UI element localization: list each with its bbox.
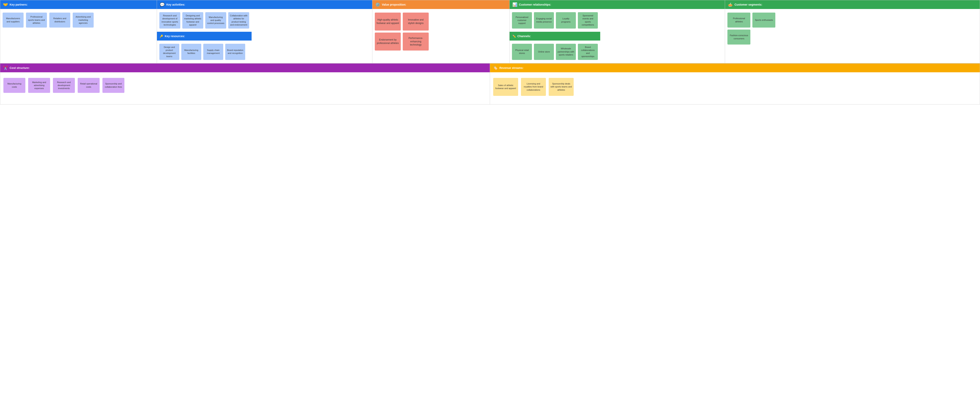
cost-structure-icon: ✂️ — [3, 65, 8, 70]
list-item[interactable]: Retail operational costs — [78, 78, 100, 93]
list-item[interactable]: Marketing and advertising expenses — [28, 78, 50, 93]
channels-title: Channels: — [517, 35, 531, 38]
cost-structure-header: ✂️ Cost structure: — [0, 64, 490, 72]
key-activities-column: 💬 Key activities: Research and developme… — [157, 0, 372, 63]
vp-row-2: Endorsement by professional athletes Per… — [375, 33, 429, 51]
key-activities-title: Key activities: — [166, 3, 185, 6]
cost-structure-body: Manufacturing costs Marketing and advert… — [0, 72, 490, 104]
customer-segments-column: 🥧 Customer segments: Professional athlet… — [725, 0, 980, 63]
list-item[interactable]: Manufacturers and suppliers — [3, 13, 24, 27]
key-activities-body: Research and development of innovative s… — [157, 9, 372, 63]
key-partners-icon: 🤝 — [3, 2, 8, 7]
bottom-section: ✂️ Cost structure: Manufacturing costs M… — [0, 64, 980, 104]
vp-row-1: High-quality athletic footwear and appar… — [375, 13, 429, 30]
business-model-canvas: 🤝 Key partners: Manufacturers and suppli… — [0, 0, 980, 105]
cost-structure-column: ✂️ Cost structure: Manufacturing costs M… — [0, 64, 490, 104]
revenue-streams-header: 🏷️ Revenue streams: — [490, 64, 980, 72]
list-item[interactable]: Sales of athletic footwear and apparel — [493, 78, 518, 96]
list-item[interactable]: Professional athletes — [727, 13, 750, 27]
value-proposition-title: Value proposition: — [382, 3, 406, 6]
key-resources-header: 🔑 Key resources: — [157, 32, 251, 41]
key-activities-icon: 💬 — [160, 2, 165, 7]
list-item[interactable]: Sponsored events and sports competitions — [578, 12, 598, 29]
list-item[interactable]: Loyalty programs — [556, 12, 576, 29]
key-resources-body: Design and product development teams Man… — [157, 41, 251, 63]
list-item[interactable]: Online store — [534, 44, 554, 60]
value-proposition-body: High-quality athletic footwear and appar… — [372, 9, 509, 63]
revenue-streams-body: Sales of athletic footwear and apparel L… — [490, 72, 980, 104]
list-item[interactable]: High-quality athletic footwear and appar… — [375, 13, 401, 30]
list-item[interactable]: Performance-enhancing technology — [403, 33, 429, 51]
list-item[interactable]: Designing and marketing athletic footwea… — [182, 12, 203, 29]
list-item[interactable]: Fashion-conscious consumers — [727, 30, 750, 45]
top-section: 🤝 Key partners: Manufacturers and suppli… — [0, 0, 980, 64]
list-item[interactable]: Professional sports teams and athletes — [26, 13, 47, 27]
list-item[interactable]: Supply chain management — [203, 44, 223, 60]
list-item[interactable]: Research and development investments — [53, 78, 75, 93]
value-proposition-icon: ⚙️ — [375, 2, 380, 7]
list-item[interactable]: Sponsorship and collaboration fees — [102, 78, 124, 93]
customer-relationships-column: 📊 Customer relationships: Personalized c… — [509, 0, 725, 63]
list-item[interactable]: Manufacturing and quality control proces… — [205, 12, 226, 29]
list-item[interactable]: Licensing and royalties from brand colla… — [521, 78, 546, 96]
key-partners-column: 🤝 Key partners: Manufacturers and suppli… — [0, 0, 157, 63]
customer-relationships-icon: 📊 — [512, 2, 517, 7]
channels-body: Physical retail stores Online store Whol… — [509, 41, 600, 63]
list-item[interactable]: Endorsement by professional athletes — [375, 33, 401, 51]
customer-relationships-title: Customer relationships: — [519, 3, 551, 6]
key-partners-body: Manufacturers and suppliers Professional… — [0, 9, 157, 63]
list-item[interactable]: Retailers and distributors — [49, 13, 70, 27]
activities-top: Research and development of innovative s… — [157, 9, 251, 32]
customer-relationships-header: 📊 Customer relationships: — [509, 0, 725, 9]
key-partners-header: 🤝 Key partners: — [0, 0, 157, 9]
list-item[interactable]: Advertising and marketing agencies — [73, 13, 94, 27]
value-proposition-header: ⚙️ Value proposition: — [372, 0, 509, 9]
list-item[interactable]: Research and development of innovative s… — [159, 12, 180, 29]
list-item[interactable]: Design and product development teams — [159, 44, 179, 60]
list-item[interactable]: Physical retail stores — [512, 44, 532, 60]
list-item[interactable]: Personalized customer support — [512, 12, 532, 29]
customer-segments-icon: 🥧 — [728, 2, 733, 7]
list-item[interactable]: Innovative and stylish designs — [403, 13, 429, 30]
channels-icon: ✏️ — [512, 35, 516, 38]
customer-segments-header: 🥧 Customer segments: — [725, 0, 980, 9]
list-item[interactable]: Brand collaborations and sponsorships — [578, 44, 598, 60]
value-proposition-column: ⚙️ Value proposition: High-quality athle… — [372, 0, 509, 63]
list-item[interactable]: Brand reputation and recognition — [225, 44, 245, 60]
revenue-streams-icon: 🏷️ — [493, 65, 498, 70]
key-activities-header: 💬 Key activities: — [157, 0, 372, 9]
cost-structure-title: Cost structure: — [10, 66, 30, 70]
revenue-streams-column: 🏷️ Revenue streams: Sales of athletic fo… — [490, 64, 980, 104]
seg-row-1: Professional athletes Sports enthusiasts — [727, 13, 775, 27]
list-item[interactable]: Engaging social media presence — [534, 12, 554, 29]
key-resources-title: Key resources: — [165, 35, 185, 38]
key-partners-title: Key partners: — [10, 3, 27, 6]
list-item[interactable]: Sports enthusiasts — [752, 13, 775, 27]
seg-row-2: Fashion-conscious consumers — [727, 30, 775, 45]
key-resources-icon: 🔑 — [160, 35, 163, 38]
customer-segments-title: Customer segments: — [734, 3, 762, 6]
list-item[interactable]: Manufacturing costs — [3, 78, 25, 93]
list-item[interactable]: Wholesale partnerships with sports retai… — [556, 44, 576, 60]
list-item[interactable]: Collaboration with athletes for product … — [228, 12, 249, 29]
rel-top: Personalized customer support Engaging s… — [509, 9, 600, 32]
list-item[interactable]: Manufacturing facilities — [181, 44, 201, 60]
customer-relationships-body: Personalized customer support Engaging s… — [509, 9, 725, 63]
customer-segments-body: Professional athletes Sports enthusiasts… — [725, 9, 980, 63]
channels-header: ✏️ Channels: — [509, 32, 600, 41]
list-item[interactable]: Sponsorship deals with sports teams and … — [549, 78, 574, 96]
revenue-streams-title: Revenue streams: — [500, 66, 523, 70]
